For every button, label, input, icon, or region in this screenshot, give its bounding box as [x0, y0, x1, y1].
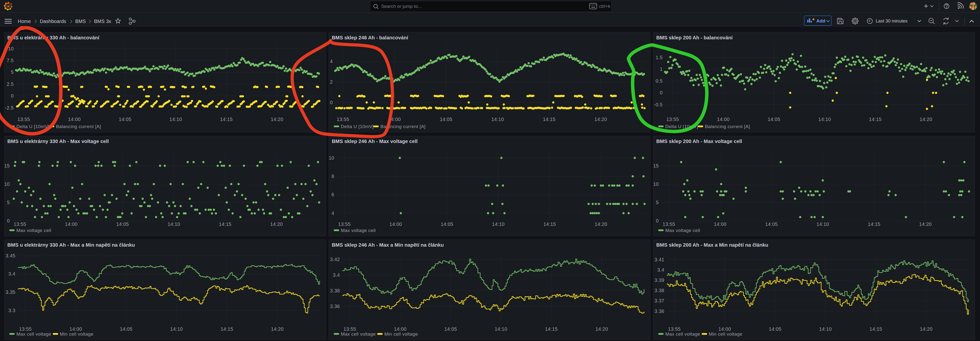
svg-text:Max voltage cell: Max voltage cell	[341, 228, 376, 233]
svg-text:0: 0	[11, 93, 14, 99]
svg-text:ctrl+k: ctrl+k	[599, 4, 610, 9]
svg-text:-0.5: -0.5	[654, 102, 663, 107]
svg-text:0: 0	[660, 90, 663, 95]
svg-text:Min cell voltage: Min cell voltage	[60, 331, 93, 336]
svg-text:14:10: 14:10	[170, 326, 183, 332]
svg-text:10: 10	[329, 155, 334, 161]
svg-text:BMS: BMS	[75, 19, 86, 24]
svg-text:Balancing current [A]: Balancing current [A]	[705, 124, 750, 129]
svg-text:1.5: 1.5	[655, 55, 663, 60]
svg-text:3.39: 3.39	[655, 277, 664, 283]
svg-text:14:10: 14:10	[819, 326, 832, 332]
svg-text:Balancing current [A]: Balancing current [A]	[56, 124, 101, 129]
svg-text:4: 4	[332, 210, 334, 216]
svg-text:10: 10	[4, 182, 10, 187]
svg-text:14:05: 14:05	[444, 326, 457, 332]
svg-text:0.5: 0.5	[655, 78, 663, 84]
svg-text:Home: Home	[18, 19, 31, 24]
svg-text:Max voltage cell: Max voltage cell	[16, 228, 51, 233]
svg-text:1: 1	[660, 67, 663, 72]
svg-text:13:55: 13:55	[663, 221, 675, 227]
svg-text:14:05: 14:05	[440, 116, 452, 122]
svg-text:Max cell voltage: Max cell voltage	[341, 331, 376, 336]
svg-text:5: 5	[656, 200, 659, 205]
svg-text:BMS sklep 200 Ah - balancování: BMS sklep 200 Ah - balancování	[656, 35, 733, 40]
svg-text:BMS sklep 246 Ah - balancování: BMS sklep 246 Ah - balancování	[332, 35, 409, 40]
svg-text:Delta U [10mV]: Delta U [10mV]	[16, 124, 49, 129]
svg-text:14:15: 14:15	[868, 221, 881, 227]
svg-text:Min cell voltage: Min cell voltage	[709, 331, 742, 336]
svg-text:14:05: 14:05	[769, 326, 782, 332]
svg-text:14:00: 14:00	[69, 326, 82, 332]
svg-text:14:10: 14:10	[492, 116, 504, 122]
svg-text:BMS sklep 246 Ah - Max voltage: BMS sklep 246 Ah - Max voltage cell	[332, 139, 418, 144]
svg-text:Dashboards: Dashboards	[40, 19, 66, 24]
svg-text:BMS 3x: BMS 3x	[94, 19, 111, 24]
svg-text:14:15: 14:15	[869, 116, 882, 122]
svg-text:-2.5: -2.5	[5, 105, 14, 110]
svg-text:3.41: 3.41	[655, 257, 664, 262]
svg-text:14:05: 14:05	[116, 221, 129, 227]
svg-text:14:20: 14:20	[595, 116, 607, 122]
svg-text:BMS sklep 200 Ah - Max voltage: BMS sklep 200 Ah - Max voltage cell	[656, 139, 742, 144]
svg-text:14:15: 14:15	[219, 221, 232, 227]
svg-text:14:20: 14:20	[271, 116, 283, 122]
svg-text:14:00: 14:00	[390, 221, 402, 227]
svg-text:3.4: 3.4	[333, 272, 340, 278]
svg-text:14:20: 14:20	[595, 326, 608, 332]
svg-text:Delta U [10mV]: Delta U [10mV]	[341, 124, 374, 129]
svg-text:3.36: 3.36	[330, 304, 340, 309]
svg-text:Max cell voltage: Max cell voltage	[16, 331, 51, 336]
svg-text:13:55: 13:55	[338, 221, 351, 227]
svg-text:Max cell voltage: Max cell voltage	[665, 331, 700, 336]
svg-text:3.4: 3.4	[657, 267, 664, 272]
svg-text:14:15: 14:15	[543, 116, 555, 122]
svg-text:3.42: 3.42	[330, 257, 340, 262]
svg-text:2.5: 2.5	[6, 81, 14, 87]
svg-text:5: 5	[7, 200, 10, 205]
svg-text:14:20: 14:20	[920, 326, 932, 332]
svg-text:3.38: 3.38	[655, 288, 664, 293]
svg-text:BMS u elektrárny 330 Ah - Max: BMS u elektrárny 330 Ah - Max voltage ce…	[7, 139, 109, 144]
svg-text:6: 6	[332, 192, 334, 197]
svg-text:4: 4	[330, 59, 333, 64]
svg-text:3.3: 3.3	[8, 308, 15, 313]
svg-text:13:55: 13:55	[344, 326, 356, 332]
svg-text:14:15: 14:15	[545, 326, 558, 332]
svg-text:14:10: 14:10	[168, 221, 180, 227]
svg-text:15: 15	[653, 163, 659, 169]
svg-text:BMS sklep 246 Ah - Max a Min n: BMS sklep 246 Ah - Max a Min napětí na č…	[332, 242, 444, 248]
svg-text:7.5: 7.5	[6, 58, 14, 63]
svg-text:14:00: 14:00	[717, 116, 730, 122]
svg-text:14:15: 14:15	[543, 221, 556, 227]
svg-text:2: 2	[330, 79, 333, 84]
svg-text:3.37: 3.37	[655, 298, 664, 303]
svg-text:14:10: 14:10	[169, 116, 182, 122]
svg-text:Max voltage cell: Max voltage cell	[665, 228, 700, 233]
svg-text:14:05: 14:05	[765, 221, 778, 227]
svg-text:3.38: 3.38	[330, 288, 340, 293]
svg-text:0: 0	[7, 218, 10, 223]
svg-text:13:55: 13:55	[18, 116, 30, 122]
svg-text:3.36: 3.36	[655, 309, 664, 314]
svg-text:13:55: 13:55	[337, 116, 349, 122]
svg-text:Min cell voltage: Min cell voltage	[384, 331, 418, 336]
svg-text:8: 8	[332, 174, 334, 179]
svg-text:13:55: 13:55	[666, 116, 679, 122]
svg-text:5: 5	[11, 69, 14, 75]
svg-text:14:20: 14:20	[270, 221, 283, 227]
svg-text:14:00: 14:00	[68, 116, 81, 122]
svg-text:14:00: 14:00	[718, 326, 731, 332]
svg-text:Search or jump to...: Search or jump to...	[381, 4, 422, 9]
svg-text:15: 15	[4, 163, 10, 169]
svg-text:14:05: 14:05	[119, 116, 132, 122]
svg-text:BMS u elektrárny 330 Ah - Max: BMS u elektrárny 330 Ah - Max a Min napě…	[7, 242, 135, 248]
svg-text:14:00: 14:00	[394, 326, 407, 332]
svg-text:0: 0	[330, 100, 333, 105]
svg-text:Add: Add	[816, 18, 825, 24]
svg-text:14:20: 14:20	[919, 221, 932, 227]
svg-text:14:05: 14:05	[120, 326, 133, 332]
svg-text:3.35: 3.35	[6, 289, 15, 295]
svg-text:14:00: 14:00	[65, 221, 78, 227]
svg-text:0: 0	[656, 218, 659, 223]
